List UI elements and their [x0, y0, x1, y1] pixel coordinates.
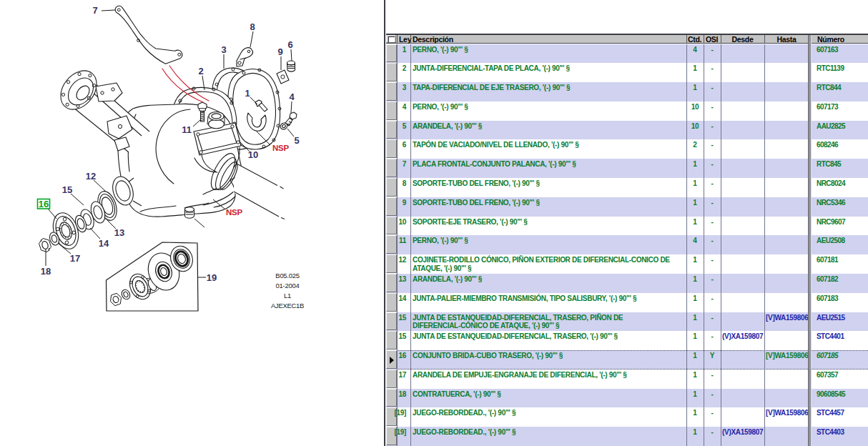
- svg-text:11: 11: [182, 124, 192, 135]
- svg-text:1: 1: [245, 88, 250, 99]
- svg-text:19: 19: [207, 272, 217, 283]
- svg-text:4: 4: [289, 91, 295, 102]
- svg-text:10: 10: [248, 149, 258, 160]
- svg-text:16: 16: [39, 199, 49, 209]
- svg-text:9: 9: [277, 46, 282, 57]
- svg-text:B05.025: B05.025: [275, 272, 299, 279]
- svg-text:01-2004: 01-2004: [276, 282, 300, 289]
- svg-text:8: 8: [250, 21, 255, 32]
- svg-text:12: 12: [86, 171, 96, 182]
- svg-text:3: 3: [221, 44, 226, 55]
- svg-text:AJEXEC1B: AJEXEC1B: [271, 302, 304, 309]
- svg-text:5: 5: [294, 135, 299, 146]
- svg-text:NSP: NSP: [272, 144, 290, 152]
- svg-text:17: 17: [70, 253, 80, 264]
- svg-text:7: 7: [92, 5, 97, 16]
- svg-text:6: 6: [287, 39, 292, 50]
- svg-text:14: 14: [99, 238, 109, 249]
- svg-text:L1: L1: [284, 292, 291, 299]
- svg-text:2: 2: [198, 66, 203, 76]
- svg-text:15: 15: [62, 184, 72, 195]
- svg-text:13: 13: [114, 227, 124, 238]
- svg-text:18: 18: [41, 266, 51, 277]
- svg-text:NSP: NSP: [226, 208, 243, 217]
